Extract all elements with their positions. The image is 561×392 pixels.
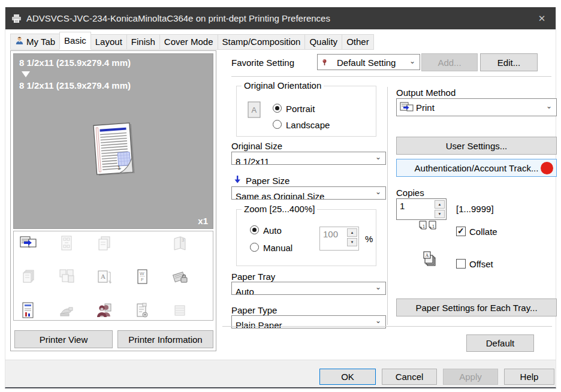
svg-text:W: W [140, 271, 144, 276]
secure-print-icon [171, 269, 189, 285]
paper-size-label: Paper Size [246, 176, 289, 186]
spin-up-icon[interactable]: ▲ [347, 228, 357, 237]
printer-information-button[interactable]: Printer Information [117, 330, 213, 348]
favorite-setting-select[interactable]: Default Setting ⌄ [317, 54, 420, 70]
default-button[interactable]: Default [466, 334, 534, 352]
spin-up-icon[interactable]: ▲ [435, 200, 445, 209]
zoom-value-spinner[interactable]: 100 ▲ ▼ [319, 227, 359, 251]
favorite-setting-label: Favorite Setting [231, 58, 294, 68]
tab-cover-mode[interactable]: Cover Mode [159, 34, 218, 50]
portrait-label[interactable]: Portrait [286, 104, 315, 114]
paper-tray-select[interactable]: Auto ⌄ [231, 282, 386, 295]
output-method-label: Output Method [396, 88, 456, 98]
chevron-down-icon: ⌄ [409, 57, 415, 65]
close-button[interactable]: ✕ [528, 7, 556, 29]
preview-original-size: 8 1/2x11 (215.9x279.4 mm) [19, 58, 131, 68]
chevron-down-icon: ⌄ [375, 153, 381, 161]
tab-my-tab[interactable]: My Tab [10, 34, 60, 50]
portrait-page-icon: A [248, 101, 261, 120]
copies-label: Copies [396, 188, 424, 198]
svg-text:A: A [101, 273, 105, 280]
paper-type-label: Paper Type [231, 305, 277, 315]
print-output-icon [400, 101, 414, 113]
my-tab-person-icon [15, 36, 24, 47]
original-size-label: Original Size [231, 141, 282, 151]
zoom-auto-label[interactable]: Auto [263, 225, 282, 236]
preview-page-thumbnail-icon: 1 [90, 122, 140, 182]
original-orientation-title: Original Orientation [242, 80, 324, 91]
paper-tray-label: Paper Tray [231, 272, 275, 282]
collate-label[interactable]: Collate [469, 227, 497, 237]
favorite-setting-icon [321, 58, 328, 66]
svg-text:F: F [141, 277, 144, 282]
tab-label: Quality [309, 37, 337, 47]
paper-settings-each-tray-button[interactable]: Paper Settings for Each Tray... [396, 298, 557, 316]
zoom-manual-radio[interactable] [250, 243, 259, 252]
paper-tray-value: Auto [236, 287, 254, 295]
tab-quality[interactable]: Quality [304, 34, 342, 50]
paper-size-arrow-icon [234, 175, 241, 186]
user-settings-button[interactable]: User Settings... [396, 137, 557, 155]
annotation-red-dot [541, 162, 553, 174]
portrait-radio[interactable] [273, 104, 282, 113]
original-size-select[interactable]: 8 1/2x11 ⌄ [231, 152, 386, 165]
copies-icon [20, 269, 38, 285]
tab-stamp-composition[interactable]: Stamp/Composition [218, 34, 306, 50]
tab-basic[interactable]: Basic [59, 32, 91, 50]
tab-label: Other [346, 37, 369, 47]
spin-down-icon[interactable]: ▼ [347, 238, 357, 246]
offset-checkbox[interactable] [456, 259, 466, 269]
cancel-button[interactable]: Cancel [382, 369, 437, 385]
zoom-unit-label: % [365, 234, 373, 244]
tab-strip: My Tab Basic Layout Finish Cover Mode St… [10, 34, 373, 50]
edit-button[interactable]: Edit... [480, 53, 538, 71]
add-button[interactable]: Add... [421, 53, 478, 71]
paper-type-value: Plain Paper [236, 320, 282, 328]
tab-label: Stamp/Composition [222, 37, 301, 47]
offset-icon: A [421, 251, 439, 272]
offset-label[interactable]: Offset [469, 259, 493, 269]
authentication-account-track-button[interactable]: Authentication/Account Track... [396, 159, 557, 177]
zoom-manual-label[interactable]: Manual [263, 243, 292, 253]
printer-icon [11, 14, 22, 23]
copies-value: 1 [400, 201, 405, 211]
spin-down-icon[interactable]: ▼ [435, 210, 445, 218]
dialog-footer: OK Cancel Apply Help [5, 360, 556, 387]
landscape-label[interactable]: Landscape [286, 120, 330, 130]
divider [231, 76, 551, 77]
collate-checkbox[interactable] [456, 227, 466, 236]
zoom-auto-radio[interactable] [250, 225, 259, 234]
help-button[interactable]: Help [504, 369, 554, 385]
tab-label: Layout [95, 37, 122, 47]
tab-layout[interactable]: Layout [91, 34, 127, 50]
divider [222, 326, 552, 327]
preview-panel: 8 1/2x11 (215.9x279.4 mm) 8 1/2x11 (215.… [10, 50, 216, 351]
preview-page-number: 1 [117, 164, 121, 170]
paper-size-value: Same as Original Size [236, 191, 324, 200]
printer-view-button[interactable]: Printer View [14, 330, 113, 348]
booklet-icon: 3 [171, 235, 189, 252]
original-size-value: 8 1/2x11 [236, 156, 269, 165]
apply-button[interactable]: Apply [443, 369, 498, 385]
output-method-icon [20, 235, 38, 252]
ok-button[interactable]: OK [319, 369, 376, 385]
color-document-icon [20, 302, 38, 319]
tab-finish[interactable]: Finish [126, 34, 160, 50]
chevron-down-icon: ⌄ [375, 316, 381, 325]
zoom-group-title: Zoom [25...400%] [242, 204, 317, 214]
staple-icon [58, 302, 76, 319]
tab-label: My Tab [26, 37, 55, 47]
title-bar: ADVSVCS-JVC-234-KonicaMinoltaC364e on pr… [5, 7, 556, 29]
paper-size-select[interactable]: Same as Original Size ⌄ [231, 186, 386, 200]
tab-label: Basic [64, 35, 86, 46]
printing-preferences-dialog: ADVSVCS-JVC-234-KonicaMinoltaC364e on pr… [5, 7, 556, 388]
watermark-icon: WF [133, 269, 151, 285]
authentication-button-label: Authentication/Account Track... [415, 163, 539, 173]
output-method-value: Print [416, 102, 435, 113]
copies-spinner[interactable]: 1 ▲ ▼ [396, 198, 447, 220]
tab-other[interactable]: Other [342, 34, 374, 50]
output-method-select[interactable]: Print ⌄ [396, 98, 557, 116]
collate-pages-icon [58, 269, 76, 285]
chevron-down-icon: ⌄ [546, 102, 552, 110]
landscape-radio[interactable] [273, 120, 282, 129]
